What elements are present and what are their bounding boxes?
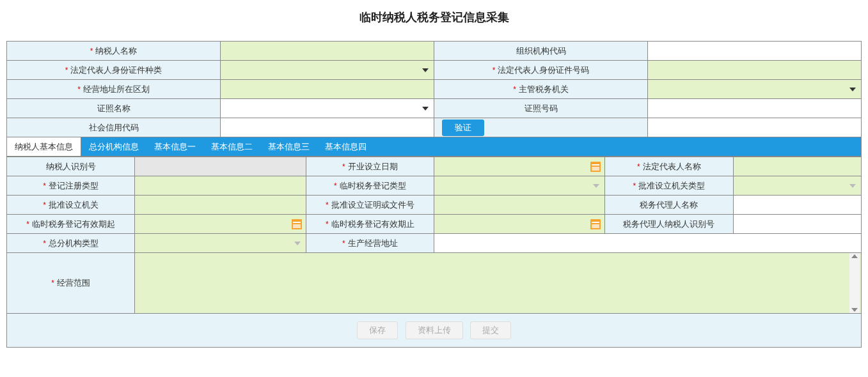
detail-form-table: 纳税人识别号 *开业设立日期 *法定代表人名称 *登记注册类型 *临时税务登记类… [6,157,862,314]
label-legal-name: *法定代表人名称 [605,157,733,176]
calendar-icon[interactable] [590,162,601,172]
calendar-icon[interactable] [590,219,601,229]
input-taxpayer-id [135,157,306,176]
input-taxpayer-name[interactable] [221,42,434,61]
submit-button: 提交 [470,321,511,339]
input-tax-agent-name[interactable] [733,196,861,215]
label-prod-biz-address: *生产经营地址 [306,234,434,253]
top-form-table: *纳税人名称 组织机构代码 *法定代表人身份证件种类 *法定代表人身份证件号码 … [6,41,862,137]
label-taxpayer-name: *纳税人名称 [7,42,221,61]
label-temp-reg-valid-from: *临时税务登记有效期起 [7,215,135,234]
label-tax-agent-name: 税务代理人名称 [605,196,733,215]
calendar-icon[interactable] [292,219,302,229]
empty-cell [648,118,862,137]
label-open-date: *开业设立日期 [306,157,434,176]
input-social-credit-code[interactable] [221,118,434,137]
label-legal-id-no: *法定代表人身份证件号码 [434,61,648,80]
textarea-biz-scope[interactable] [135,253,862,314]
button-row: 保存 资料上传 提交 [6,314,862,348]
input-legal-id-no[interactable] [648,61,862,80]
label-license-name: 证照名称 [7,99,221,118]
verify-cell: 验证 [434,118,648,137]
scroll-up-icon[interactable] [851,254,858,258]
label-taxpayer-id: 纳税人识别号 [7,157,135,176]
verify-button[interactable]: 验证 [442,119,484,136]
label-social-credit-code: 社会信用代码 [7,118,221,137]
input-temp-reg-valid-from[interactable] [135,215,306,234]
select-tax-authority[interactable] [648,80,862,99]
select-branch-type[interactable] [135,234,306,253]
tab-basic-2[interactable]: 基本信息二 [203,137,260,156]
scrollbar[interactable] [849,253,860,313]
select-reg-type[interactable] [135,176,306,196]
input-biz-district[interactable] [221,80,434,99]
tab-branch-info[interactable]: 总分机构信息 [81,137,146,156]
input-temp-reg-valid-to[interactable] [434,215,604,234]
chevron-down-icon [422,68,429,72]
tab-taxpayer-basic[interactable]: 纳税人基本信息 [7,137,81,156]
chevron-down-icon [593,184,599,188]
input-approval-doc-no[interactable] [434,196,604,215]
biz-scope-textarea[interactable] [135,254,861,311]
label-biz-scope: *经营范围 [7,253,135,314]
label-org-code: 组织机构代码 [434,42,648,61]
label-temp-reg-valid-to: *临时税务登记有效期止 [306,215,434,234]
input-approval-org[interactable] [135,196,306,215]
input-legal-name[interactable] [733,157,861,176]
tab-basic-3[interactable]: 基本信息三 [260,137,317,156]
tab-strip: 纳税人基本信息 总分机构信息 基本信息一 基本信息二 基本信息三 基本信息四 [6,137,862,157]
select-temp-tax-reg-type[interactable] [434,176,604,196]
label-legal-id-type: *法定代表人身份证件种类 [7,61,221,80]
scroll-down-icon[interactable] [851,308,858,312]
chevron-down-icon [849,88,856,91]
label-approval-org-type: *批准设立机关类型 [605,176,733,196]
label-tax-agent-taxpayer-id: 税务代理人纳税人识别号 [605,215,733,234]
label-reg-type: *登记注册类型 [7,176,135,196]
input-license-no[interactable] [648,99,862,118]
chevron-down-icon [849,184,856,188]
label-branch-type: *总分机构类型 [7,234,135,253]
select-approval-org-type[interactable] [733,176,861,196]
label-license-no: 证照号码 [434,99,648,118]
page-title: 临时纳税人税务登记信息采集 [6,10,862,25]
input-open-date[interactable] [434,157,604,176]
chevron-down-icon [294,242,301,245]
tab-basic-4[interactable]: 基本信息四 [317,137,374,156]
label-tax-authority: *主管税务机关 [434,80,648,99]
label-approval-doc-no: *批准设立证明或文件号 [306,196,434,215]
upload-button: 资料上传 [406,321,463,339]
label-approval-org: *批准设立机关 [7,196,135,215]
select-legal-id-type[interactable] [221,61,434,80]
chevron-down-icon [422,107,429,111]
label-temp-tax-reg-type: *临时税务登记类型 [306,176,434,196]
select-license-name[interactable] [221,99,434,118]
input-org-code[interactable] [648,42,862,61]
label-biz-district: *经营地址所在区划 [7,80,221,99]
input-tax-agent-taxpayer-id[interactable] [733,215,861,234]
save-button: 保存 [357,321,398,339]
tab-basic-1[interactable]: 基本信息一 [146,137,203,156]
input-prod-biz-address[interactable] [434,234,861,253]
